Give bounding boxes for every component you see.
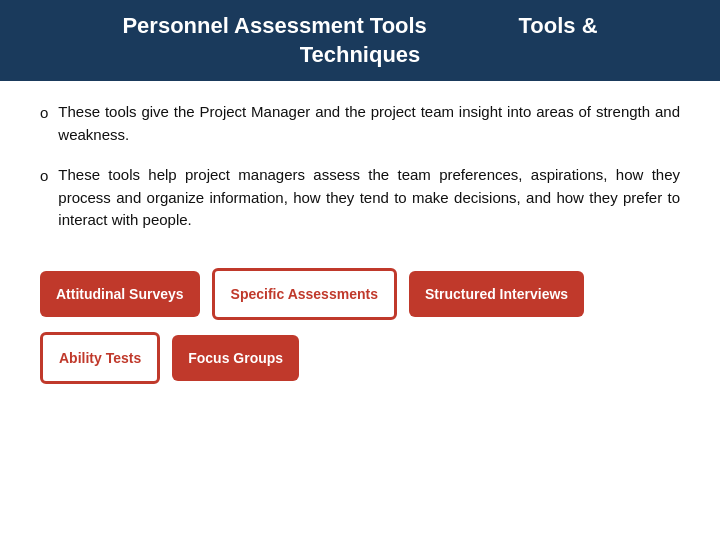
header-line2: Techniques: [300, 42, 421, 67]
tag-1[interactable]: Specific Assessments: [212, 268, 397, 320]
tag-2[interactable]: Structured Interviews: [409, 271, 584, 317]
bullet-item-1: o These tools give the Project Manager a…: [40, 101, 680, 146]
bullet-marker-2: o: [40, 164, 48, 188]
tag-4[interactable]: Focus Groups: [172, 335, 299, 381]
bullet-text-2: These tools help project managers assess…: [58, 164, 680, 232]
header-line3: Tools &: [519, 13, 598, 38]
tags-row: Attitudinal SurveysSpecific AssessmentsS…: [40, 268, 680, 384]
page-header: Personnel Assessment Tools Tools & Techn…: [0, 0, 720, 81]
tag-0[interactable]: Attitudinal Surveys: [40, 271, 200, 317]
bullet-marker-1: o: [40, 101, 48, 125]
tag-3[interactable]: Ability Tests: [40, 332, 160, 384]
main-content: o These tools give the Project Manager a…: [0, 81, 720, 540]
bullet-item-2: o These tools help project managers asse…: [40, 164, 680, 232]
page-container: Personnel Assessment Tools Tools & Techn…: [0, 0, 720, 540]
header-title: Personnel Assessment Tools Tools & Techn…: [122, 13, 597, 67]
bullet-text-1: These tools give the Project Manager and…: [58, 101, 680, 146]
header-line1: Personnel Assessment Tools: [122, 13, 426, 38]
